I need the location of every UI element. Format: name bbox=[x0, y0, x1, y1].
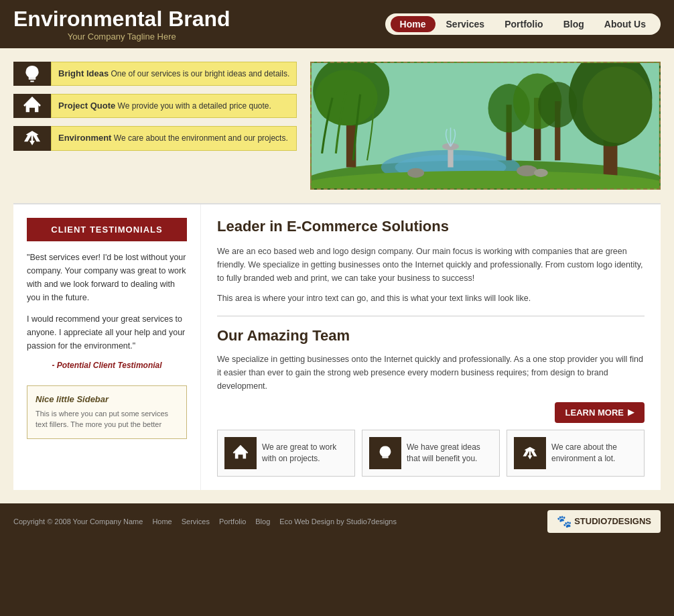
content-section: CLIENT TESTIMONIALS "Best services ever!… bbox=[13, 203, 661, 490]
ecommerce-text1: We are an eco based web and logo design … bbox=[217, 245, 645, 285]
bottom-house-icon bbox=[231, 444, 250, 463]
bottom-bulb-text: We have great ideas that will benefit yo… bbox=[407, 442, 492, 465]
environment-desc: We care about the environment and our pr… bbox=[111, 133, 287, 143]
footer-eco-text: Eco Web Design by Studio7designs bbox=[279, 517, 397, 526]
bottom-house-text: We are great to work with on projects. bbox=[262, 442, 348, 465]
section-divider bbox=[217, 316, 645, 316]
footer-logo: 🐾 STUDIO7DESIGNS bbox=[547, 510, 661, 533]
svg-point-21 bbox=[534, 169, 548, 177]
footer-link-services[interactable]: Services bbox=[182, 517, 210, 526]
nav-item-blog[interactable]: Blog bbox=[554, 16, 594, 32]
testimonials-text: "Best services ever! I'd be lost without… bbox=[27, 251, 187, 372]
project-quote-text: Project Quote We provide you with a deta… bbox=[51, 94, 297, 118]
svg-rect-23 bbox=[382, 457, 388, 458]
bottom-icon-recycle: We care about the environment a lot. bbox=[507, 430, 645, 477]
sidebar: CLIENT TESTIMONIALS "Best services ever!… bbox=[13, 204, 201, 490]
learn-more-button[interactable]: LEARN MORE bbox=[555, 402, 645, 423]
testimonial-quote2: I would recommend your great services to… bbox=[27, 312, 187, 353]
site-tagline: Your Company Tagline Here bbox=[13, 32, 230, 42]
recycle-icon-box bbox=[13, 126, 51, 150]
site-title: Environmental Brand bbox=[13, 7, 230, 32]
house-icon bbox=[21, 95, 43, 117]
sidebar-box-text: This is where you can put some services … bbox=[36, 408, 178, 430]
footer-link-home[interactable]: Home bbox=[152, 517, 172, 526]
bright-ideas-desc: One of our services is our bright ideas … bbox=[109, 69, 289, 78]
footer-link-blog[interactable]: Blog bbox=[255, 517, 270, 526]
main-wrapper: Bright Ideas One of our services is our … bbox=[0, 48, 674, 503]
svg-point-20 bbox=[517, 165, 537, 176]
house-icon-box bbox=[13, 94, 51, 118]
environment-title: Environment bbox=[58, 133, 111, 143]
sidebar-box-title: Nice little Sidebar bbox=[36, 394, 178, 404]
footer-link-portfolio[interactable]: Portfolio bbox=[219, 517, 246, 526]
bottom-icons-row: We are great to work with on projects. W… bbox=[217, 423, 645, 477]
feature-environment: Environment We care about the environmen… bbox=[13, 126, 297, 150]
team-title: Our Amazing Team bbox=[217, 327, 645, 345]
footer: Copyright © 2008 Your Company Name Home … bbox=[0, 503, 674, 540]
svg-point-9 bbox=[315, 70, 377, 125]
bottom-house-icon-box bbox=[224, 437, 257, 469]
testimonial-author: - Potential Client Testimonial bbox=[27, 359, 187, 372]
testimonial-quote1: "Best services ever! I'd be lost without… bbox=[27, 251, 187, 304]
bottom-recycle-text: We care about the environment a lot. bbox=[551, 442, 637, 465]
testimonials-header: CLIENT TESTIMONIALS bbox=[27, 218, 187, 241]
environment-text: Environment We care about the environmen… bbox=[51, 126, 297, 150]
team-text: We specialize in getting businesses onto… bbox=[217, 353, 645, 393]
bright-ideas-title: Bright Ideas bbox=[58, 68, 109, 78]
feature-project-quote: Project Quote We provide you with a deta… bbox=[13, 94, 297, 118]
sidebar-box: Nice little Sidebar This is where you ca… bbox=[27, 385, 187, 439]
bottom-bulb-icon-box bbox=[369, 437, 401, 469]
footer-logo-icon: 🐾 bbox=[557, 514, 571, 529]
bottom-bulb-icon bbox=[376, 444, 395, 463]
svg-point-18 bbox=[538, 82, 577, 127]
footer-left: Copyright © 2008 Your Company Name Home … bbox=[13, 517, 397, 526]
ecommerce-title: Leader in E-Commerce Solutions bbox=[217, 218, 645, 235]
hero-image bbox=[310, 62, 661, 190]
garden-scene bbox=[312, 63, 659, 188]
main-nav: Home Services Portfolio Blog About Us bbox=[385, 13, 661, 35]
main-content: Leader in E-Commerce Solutions We are an… bbox=[201, 204, 661, 490]
bright-ideas-text: Bright Ideas One of our services is our … bbox=[51, 62, 297, 86]
ecommerce-text2: This area is where your intro text can g… bbox=[217, 292, 645, 305]
project-quote-desc: We provide you with a detailed price quo… bbox=[115, 101, 271, 111]
nav-item-home[interactable]: Home bbox=[391, 16, 435, 32]
feature-bright-ideas: Bright Ideas One of our services is our … bbox=[13, 62, 297, 86]
bottom-recycle-icon bbox=[521, 444, 539, 463]
testimonials-title: CLIENT TESTIMONIALS bbox=[51, 225, 162, 235]
project-quote-title: Project Quote bbox=[58, 101, 115, 111]
nav-item-services[interactable]: Services bbox=[437, 16, 494, 32]
recycle-icon bbox=[21, 127, 43, 149]
top-section: Bright Ideas One of our services is our … bbox=[13, 62, 661, 190]
nav-item-about[interactable]: About Us bbox=[595, 16, 655, 32]
bulb-icon bbox=[21, 63, 43, 84]
svg-point-22 bbox=[407, 168, 424, 178]
header: Environmental Brand Your Company Tagline… bbox=[0, 0, 674, 48]
footer-logo-text: STUDIO7DESIGNS bbox=[574, 516, 651, 526]
svg-point-12 bbox=[583, 66, 653, 143]
bulb-icon-box bbox=[13, 62, 51, 86]
svg-rect-0 bbox=[29, 78, 36, 80]
bottom-recycle-icon-box bbox=[514, 437, 546, 469]
bottom-icon-bulb: We have great ideas that will benefit yo… bbox=[362, 430, 500, 477]
learn-more-label: LEARN MORE bbox=[565, 408, 624, 418]
header-title: Environmental Brand Your Company Tagline… bbox=[13, 7, 230, 42]
features-list: Bright Ideas One of our services is our … bbox=[13, 62, 297, 190]
bottom-icon-house: We are great to work with on projects. bbox=[217, 430, 355, 477]
footer-copyright: Copyright © 2008 Your Company Name bbox=[13, 517, 143, 526]
nav-item-portfolio[interactable]: Portfolio bbox=[495, 16, 553, 32]
